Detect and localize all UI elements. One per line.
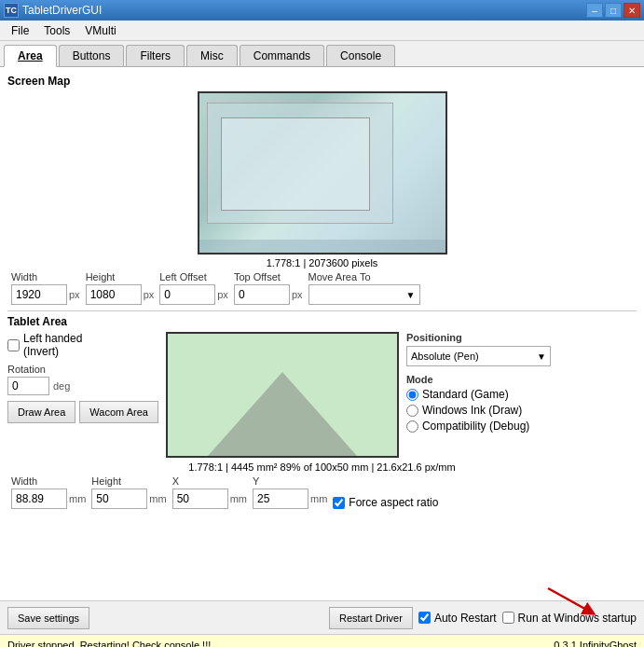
menu-bar: File Tools VMulti <box>0 21 644 41</box>
maximize-button[interactable]: □ <box>605 3 622 18</box>
tablet-height-label: Height <box>91 475 166 487</box>
title-bar: TC TabletDriverGUI – □ ✕ <box>0 0 644 21</box>
left-handed-checkbox[interactable] <box>7 339 20 351</box>
top-offset-label: Top Offset <box>234 271 303 282</box>
screen-info: 1.778:1 | 2073600 pixels <box>7 257 637 268</box>
tablet-y-input[interactable] <box>253 489 308 509</box>
rotation-unit: deg <box>53 380 70 392</box>
screen-width-group: Width px <box>11 271 80 305</box>
screen-preview <box>198 91 447 255</box>
tab-commands[interactable]: Commands <box>240 45 324 66</box>
tablet-canvas-triangle <box>208 372 357 456</box>
mode-windows-ink-radio[interactable] <box>406 405 418 417</box>
tablet-width-label: Width <box>11 475 86 487</box>
left-handed-label: Left handed (Invert) <box>23 332 82 358</box>
mode-group: Mode Standard (Game) Windows Ink (Draw) … <box>406 374 555 433</box>
bottom-bar: Save settings Restart Driver Auto Restar… <box>0 600 644 634</box>
status-message: Driver stopped. Restarting! Check consol… <box>7 640 211 648</box>
run-startup-checkbox[interactable] <box>502 612 514 624</box>
tablet-width-input[interactable] <box>11 489 67 509</box>
tablet-y-group: Y mm <box>253 475 327 509</box>
menu-vmulti[interactable]: VMulti <box>77 22 123 39</box>
mode-standard-radio[interactable] <box>406 389 418 401</box>
screen-fields-row: Width px Height px Left Offset px <box>7 271 637 305</box>
tab-buttons[interactable]: Buttons <box>59 45 125 66</box>
close-button[interactable]: ✕ <box>623 3 640 18</box>
left-offset-label: Left Offset <box>159 271 228 282</box>
run-startup-container: Run at Windows startup <box>502 612 637 625</box>
draw-area-button[interactable]: Draw Area <box>7 401 75 423</box>
tablet-area-section: Tablet Area Left handed (Invert) Rotatio… <box>7 315 637 509</box>
tablet-dims: 1.778:1 | 4445 mm² 89% of 100x50 mm | 21… <box>7 461 637 509</box>
restart-driver-button[interactable]: Restart Driver <box>329 607 413 629</box>
screen-width-input[interactable] <box>11 284 67 305</box>
screen-width-input-row: px <box>11 284 80 305</box>
screen-height-input[interactable] <box>86 284 142 305</box>
force-aspect-row: Force aspect ratio <box>333 496 438 509</box>
screen-height-input-row: px <box>86 284 155 305</box>
tablet-x-input[interactable] <box>172 489 228 509</box>
rotation-input-row: deg <box>7 377 158 395</box>
screen-preview-inner <box>207 103 393 224</box>
tablet-height-unit: mm <box>149 493 166 504</box>
title-bar-left: TC TabletDriverGUI <box>4 3 102 18</box>
app-title: TabletDriverGUI <box>22 4 102 17</box>
positioning-select[interactable]: Absolute (Pen) ▼ <box>406 346 551 366</box>
tablet-height-input[interactable] <box>91 489 147 509</box>
app-icon: TC <box>4 3 19 18</box>
tablet-area-label: Tablet Area <box>7 315 637 328</box>
wacom-area-button[interactable]: Wacom Area <box>79 401 158 423</box>
tablet-x-group: X mm <box>172 475 247 509</box>
tab-bar: Area Buttons Filters Misc Commands Conso… <box>0 41 644 67</box>
save-settings-button[interactable]: Save settings <box>7 607 89 629</box>
positioning-group: Positioning Absolute (Pen) ▼ <box>406 332 555 366</box>
screen-map-label: Screen Map <box>7 75 637 88</box>
tablet-fields-row: Width mm Height mm X <box>7 475 637 509</box>
tablet-x-label: X <box>172 475 247 487</box>
tab-filters[interactable]: Filters <box>126 45 185 66</box>
tab-console[interactable]: Console <box>326 45 395 66</box>
move-area-group: Move Area To ▼ <box>308 271 420 305</box>
top-offset-group: Top Offset px <box>234 271 303 305</box>
mode-windows-ink-row: Windows Ink (Draw) <box>406 404 555 417</box>
screen-height-unit: px <box>144 289 155 300</box>
positioning-value: Absolute (Pen) <box>411 351 479 362</box>
run-startup-label: Run at Windows startup <box>518 612 637 625</box>
auto-restart-checkbox[interactable] <box>418 612 431 624</box>
left-handed-row: Left handed (Invert) <box>7 332 158 358</box>
mode-compatibility-row: Compatibility (Debug) <box>406 420 555 433</box>
tablet-y-input-row: mm <box>253 489 327 509</box>
tablet-width-input-row: mm <box>11 489 86 509</box>
menu-file[interactable]: File <box>4 22 36 39</box>
mode-compatibility-label: Compatibility (Debug) <box>422 420 529 433</box>
dropdown-arrow-icon: ▼ <box>406 290 416 300</box>
tab-misc[interactable]: Misc <box>186 45 238 66</box>
tablet-canvas <box>166 332 399 458</box>
status-version: 0.3.1 InfinityGhost <box>554 640 637 648</box>
screen-preview-window <box>221 117 370 211</box>
menu-tools[interactable]: Tools <box>36 22 77 39</box>
screen-height-group: Height px <box>86 271 155 305</box>
mode-compatibility-radio[interactable] <box>406 420 418 433</box>
tablet-x-input-row: mm <box>172 489 247 509</box>
move-area-dropdown[interactable]: ▼ <box>308 284 420 305</box>
auto-restart-row: Auto Restart <box>418 612 497 625</box>
tablet-dims-info: 1.778:1 | 4445 mm² 89% of 100x50 mm | 21… <box>7 461 637 473</box>
left-offset-group: Left Offset px <box>159 271 228 305</box>
tablet-y-unit: mm <box>310 493 327 504</box>
left-offset-input[interactable] <box>159 284 215 305</box>
mode-standard-label: Standard (Game) <box>422 388 509 401</box>
tablet-x-unit: mm <box>230 493 247 504</box>
force-aspect-label: Force aspect ratio <box>349 496 438 509</box>
force-aspect-checkbox[interactable] <box>333 497 345 509</box>
rotation-input[interactable] <box>7 377 49 395</box>
tablet-width-unit: mm <box>69 493 86 504</box>
auto-restart-label: Auto Restart <box>434 612 497 625</box>
status-bar: Driver stopped. Restarting! Check consol… <box>0 634 644 647</box>
minimize-button[interactable]: – <box>586 3 603 18</box>
left-offset-unit: px <box>217 289 228 300</box>
top-offset-input[interactable] <box>234 284 290 305</box>
rotation-group: Rotation deg <box>7 364 158 395</box>
tab-area[interactable]: Area <box>4 45 57 67</box>
screen-map-section: Screen Map 1.778:1 | 2073600 pixels Widt… <box>7 75 637 305</box>
